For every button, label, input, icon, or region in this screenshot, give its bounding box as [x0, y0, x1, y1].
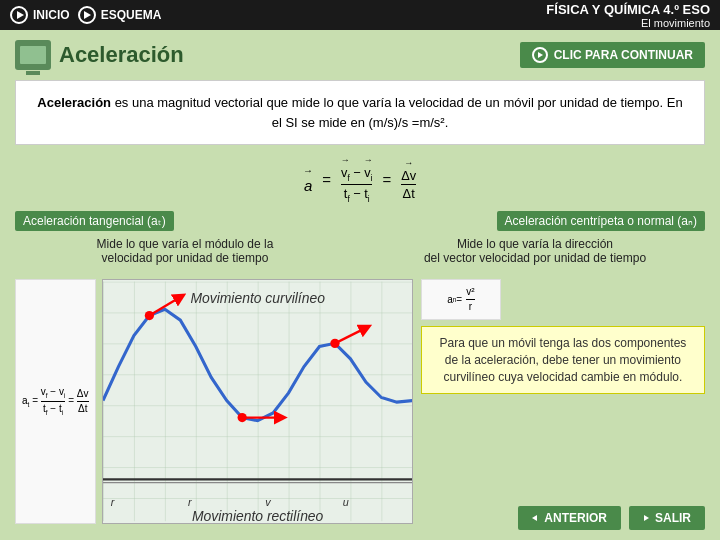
inicio-button[interactable]: INICIO: [10, 6, 70, 24]
graph-area: at = vf − vi tf − ti = Δv Δt: [15, 279, 705, 524]
at-den: tf − ti: [43, 402, 63, 417]
bottom-nav: ANTERIOR SALIR: [518, 506, 705, 530]
svg-text:u: u: [342, 496, 348, 508]
intro-rest: es una magnitud vectorial que mide lo qu…: [111, 95, 683, 130]
subject-text: FÍSICA Y QUÍMICA 4.º ESO: [546, 2, 710, 17]
at-num: vf − vi: [41, 386, 66, 402]
svg-text:Movimiento rectilíneo: Movimiento rectilíneo: [191, 508, 323, 522]
play-triangle-2: [84, 11, 91, 19]
salir-icon: [643, 515, 649, 521]
play-small-triangle: [538, 52, 543, 58]
at-formula: at = vf − vi tf − ti = Δv Δt: [22, 386, 89, 417]
svg-text:Movimiento curvilíneo: Movimiento curvilíneo: [190, 290, 325, 306]
inicio-icon: [10, 6, 28, 24]
frac2-num: → Δv: [401, 158, 416, 185]
monitor-screen: [20, 46, 46, 64]
right-section: an = v² r Para que un móvil tenga las do…: [421, 279, 705, 524]
continue-play-icon: [532, 47, 548, 63]
inicio-label: INICIO: [33, 8, 70, 22]
col-right: Aceleración centrípeta o normal (aₙ) Mid…: [365, 211, 705, 271]
formula-a-vec: → a: [304, 165, 312, 194]
title-left: Aceleración: [15, 40, 184, 70]
left-graph-section: at = vf − vi tf − ti = Δv Δt: [15, 279, 413, 524]
page-title-bar: Aceleración CLIC PARA CONTINUAR: [15, 40, 705, 70]
at-frac: vf − vi tf − ti: [41, 386, 66, 417]
motion-graph: Movimiento curvilíneo r r v u Movimiento…: [103, 280, 412, 523]
frac1-den: tf − ti: [344, 185, 370, 204]
header-nav: INICIO ESQUEMA: [10, 6, 161, 24]
note-box: Para que un móvil tenga las dos componen…: [421, 326, 705, 394]
frac2-den: Δt: [403, 185, 415, 201]
anterior-label: ANTERIOR: [544, 511, 607, 525]
esquema-icon: [78, 6, 96, 24]
col-left: Aceleración tangencial (aₜ) Mide lo que …: [15, 211, 355, 271]
right-formula-box: an = v² r: [421, 279, 501, 320]
an-den: r: [469, 300, 472, 313]
intro-bold: Aceleración: [37, 95, 111, 110]
an-num: v²: [466, 286, 474, 300]
salir-label: SALIR: [655, 511, 691, 525]
frac1-num: → vf − → vi: [341, 155, 372, 185]
centripetal-label: Aceleración centrípeta o normal (aₙ): [497, 211, 705, 231]
svg-text:r: r: [188, 496, 192, 508]
main-formula: → a = → vf − → vi tf − ti = →: [15, 155, 705, 205]
formula-frac1: → vf − → vi tf − ti: [341, 155, 372, 205]
intro-box: Aceleración es una magnitud vectorial qu…: [15, 80, 705, 145]
at-num2: Δv: [77, 388, 89, 402]
salir-button[interactable]: SALIR: [629, 506, 705, 530]
svg-text:v: v: [265, 496, 271, 508]
note-text: Para que un móvil tenga las dos componen…: [440, 336, 687, 384]
at-den2: Δt: [78, 402, 87, 415]
page-title: Aceleración: [59, 42, 184, 68]
subtitle-text: El movimiento: [546, 17, 710, 29]
anterior-play-triangle: [532, 515, 537, 521]
header: INICIO ESQUEMA FÍSICA Y QUÍMICA 4.º ESO …: [0, 0, 720, 30]
graph-svg-wrapper: Movimiento curvilíneo r r v u Movimiento…: [102, 279, 413, 524]
two-col-section: Aceleración tangencial (aₜ) Mide lo que …: [15, 211, 705, 271]
esquema-button[interactable]: ESQUEMA: [78, 6, 162, 24]
centripetal-desc: Mide lo que varía la direccióndel vector…: [365, 237, 705, 265]
left-formula-box: at = vf − vi tf − ti = Δv Δt: [15, 279, 96, 524]
continue-button[interactable]: CLIC PARA CONTINUAR: [520, 42, 705, 68]
monitor-icon: [15, 40, 51, 70]
content-area: Aceleración CLIC PARA CONTINUAR Acelerac…: [0, 30, 720, 540]
an-frac: v² r: [466, 286, 474, 313]
anterior-button[interactable]: ANTERIOR: [518, 506, 621, 530]
tangential-label: Aceleración tangencial (aₜ): [15, 211, 174, 231]
at-frac2: Δv Δt: [77, 388, 89, 415]
tangential-desc: Mide lo que varía el módulo de lavelocid…: [15, 237, 355, 265]
header-title: FÍSICA Y QUÍMICA 4.º ESO El movimiento: [546, 2, 710, 29]
formula-eq1: =: [322, 171, 331, 188]
anterior-icon: [532, 515, 538, 521]
play-triangle: [17, 11, 24, 19]
svg-text:r: r: [110, 496, 114, 508]
formula-eq2: =: [382, 171, 391, 188]
salir-play-triangle: [644, 515, 649, 521]
esquema-label: ESQUEMA: [101, 8, 162, 22]
continue-label: CLIC PARA CONTINUAR: [554, 48, 693, 62]
formula-frac2: → Δv Δt: [401, 158, 416, 202]
